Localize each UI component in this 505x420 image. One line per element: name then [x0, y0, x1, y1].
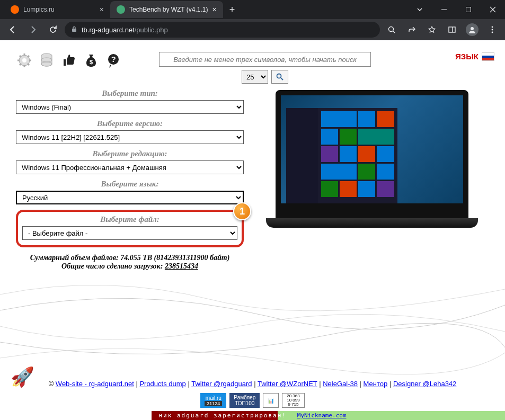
footer-link[interactable]: Products dump — [139, 380, 185, 388]
toolbar-icons: $ ? — [16, 52, 122, 69]
edition-select[interactable]: Windows 11 Профессиональная + Домашняя — [16, 160, 244, 174]
new-tab-button[interactable]: + — [223, 4, 242, 15]
file-label: Выберите файл: — [22, 215, 237, 224]
money-bag-icon[interactable]: $ — [83, 52, 100, 69]
nickname-bar: ник adguard зарегистрирован! MyNickname.… — [0, 411, 505, 420]
side-panel-icon[interactable] — [444, 21, 460, 38]
svg-line-18 — [28, 64, 29, 65]
flag-ru-icon — [482, 52, 494, 61]
lang-label: Выберите язык: — [16, 180, 244, 189]
back-button[interactable] — [4, 21, 21, 38]
mailru-badge[interactable]: mail.ru31124 — [200, 393, 226, 408]
footer-link[interactable]: NeleGal-38 — [323, 380, 358, 388]
lang-select[interactable]: Русский — [16, 191, 244, 204]
url-field[interactable]: tb.rg-adguard.net/public.php — [65, 22, 380, 38]
svg-line-4 — [393, 31, 395, 33]
close-icon[interactable]: × — [212, 5, 217, 14]
tab-title: TechBench by WZT (v4.1.1) — [129, 6, 208, 13]
file-select[interactable]: - Выберите файл - — [22, 226, 237, 240]
svg-point-9 — [492, 29, 493, 31]
close-icon[interactable]: × — [100, 5, 104, 14]
type-select[interactable]: Windows (Final) — [16, 100, 244, 114]
background-waves — [0, 273, 505, 379]
favicon-lumpics — [11, 5, 19, 14]
svg-rect-1 — [466, 7, 471, 12]
svg-line-17 — [20, 56, 21, 57]
footer-links: © Web-site - rg-adguard.net | Products d… — [0, 374, 505, 393]
language-label: ЯЗЫК — [455, 52, 479, 61]
tab-bar: Lumpics.ru × TechBench by WZT (v4.1.1) ×… — [0, 0, 505, 19]
svg-point-10 — [492, 32, 493, 33]
tab-lumpics[interactable]: Lumpics.ru × — [4, 1, 110, 18]
search-button[interactable] — [271, 70, 288, 84]
window-controls — [407, 0, 505, 19]
stats-size: Суммарный объем файлов: 74.055 TB (81423… — [16, 254, 244, 262]
browser-chrome: Lumpics.ru × TechBench by WZT (v4.1.1) ×… — [0, 0, 505, 40]
bookmark-icon[interactable] — [423, 21, 440, 38]
menu-button[interactable] — [484, 21, 501, 38]
counter-badges: mail.ru31124 РамблерТОП100 📊 20 36310 09… — [0, 393, 505, 411]
download-form: Выберите тип: Windows (Final) Выберите в… — [16, 89, 244, 271]
url-text: tb.rg-adguard.net/public.php — [82, 26, 168, 34]
address-bar: tb.rg-adguard.net/public.php — [0, 19, 505, 40]
thumbs-up-icon[interactable] — [60, 52, 77, 69]
page-size-select[interactable]: 25 — [242, 70, 268, 84]
svg-point-8 — [492, 26, 493, 28]
stats-block: Суммарный объем файлов: 74.055 TB (81423… — [16, 254, 244, 271]
stats-badge[interactable]: 20 36310 0999 715 — [282, 393, 304, 408]
avatar-icon — [466, 23, 479, 36]
tab-techbench[interactable]: TechBench by WZT (v4.1.1) × — [110, 1, 223, 18]
gear-icon[interactable] — [16, 52, 33, 69]
svg-point-7 — [471, 27, 474, 30]
favicon-techbench — [117, 5, 125, 14]
version-select[interactable]: Windows 11 [22H2] [22621.525] — [16, 130, 244, 144]
footer-link[interactable]: Twitter @WZorNET — [258, 380, 317, 388]
footer-link[interactable]: Designer @Leha342 — [393, 380, 456, 388]
footer-link[interactable]: Ментор — [364, 380, 388, 388]
svg-point-3 — [389, 27, 394, 32]
tab-title: Lumpics.ru — [23, 6, 55, 13]
reload-button[interactable] — [45, 21, 61, 38]
footer-link[interactable]: Twitter @rgadguard — [191, 380, 252, 388]
profile-button[interactable] — [464, 21, 481, 38]
laptop-image — [266, 90, 478, 228]
annotation-marker: 1 — [233, 202, 251, 220]
svg-point-12 — [22, 58, 26, 62]
mynickname-link[interactable]: MyNickname.com — [297, 412, 347, 419]
search-icon — [276, 73, 284, 81]
chevron-down-icon[interactable] — [407, 0, 432, 19]
stats-downloads: Общие число сделано загрузок: 238515434 — [16, 262, 244, 271]
svg-text:?: ? — [111, 55, 116, 64]
page-content: $ ? 25 ЯЗЫК Выберите тип: — [0, 40, 505, 420]
type-label: Выберите тип: — [16, 89, 244, 98]
maximize-button[interactable] — [456, 0, 481, 19]
page-footer: 🚀 © Web-site - rg-adguard.net | Products… — [0, 374, 505, 420]
minimize-button[interactable] — [432, 0, 456, 19]
help-icon[interactable]: ? — [105, 52, 122, 69]
share-icon[interactable] — [403, 21, 420, 38]
rambler-badge[interactable]: РамблерТОП100 — [229, 393, 260, 408]
svg-line-19 — [28, 56, 29, 57]
rocket-icon[interactable]: 🚀 — [11, 366, 34, 388]
svg-line-28 — [281, 78, 283, 80]
close-button[interactable] — [481, 0, 505, 19]
lock-icon — [71, 26, 77, 34]
highlight-annotation: 1 Выберите файл: - Выберите файл - — [16, 210, 244, 247]
search-input[interactable] — [159, 52, 371, 67]
svg-line-20 — [20, 64, 21, 65]
language-selector[interactable]: ЯЗЫК — [455, 52, 494, 61]
edition-label: Выберите редакцию: — [16, 149, 244, 158]
zoom-icon[interactable] — [383, 21, 400, 38]
downloads-link[interactable]: 238515434 — [165, 262, 198, 270]
svg-rect-5 — [449, 27, 455, 32]
forward-button[interactable] — [24, 21, 41, 38]
version-label: Выберите версию: — [16, 119, 244, 128]
svg-text:$: $ — [90, 59, 93, 65]
svg-rect-2 — [72, 29, 76, 32]
footer-link[interactable]: Web-site - rg-adguard.net — [56, 380, 134, 388]
svg-point-27 — [277, 74, 281, 78]
database-icon[interactable] — [38, 52, 55, 69]
liveinternet-badge[interactable]: 📊 — [263, 393, 279, 408]
